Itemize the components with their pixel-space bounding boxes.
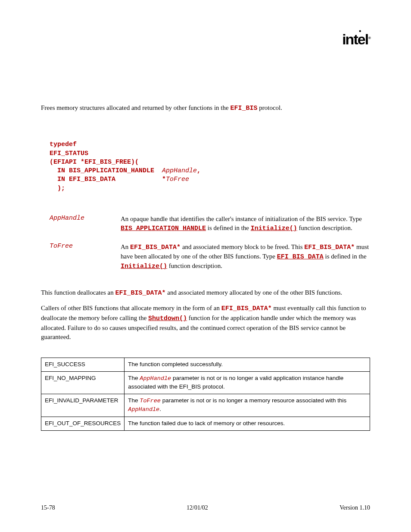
status-codes-table: EFI_SUCCESS The function completed succe… xyxy=(41,358,370,430)
table-row: EFI_NO_MAPPING The AppHandle parameter i… xyxy=(41,372,370,394)
status-code: EFI_SUCCESS xyxy=(41,358,125,372)
param-desc-tofree: An EFI_BIS_DATA* and associated memory b… xyxy=(121,243,370,271)
type-link[interactable]: BIS_APPLICATION_HANDLE xyxy=(121,225,206,232)
param-ref: AppHandle xyxy=(128,406,159,413)
footer-version: Version 1.10 xyxy=(339,504,370,511)
status-code: EFI_NO_MAPPING xyxy=(41,372,125,394)
param-text: and associated memory block to be freed.… xyxy=(181,243,304,250)
intel-logo: inte●l® xyxy=(342,31,370,48)
table-row: EFI_SUCCESS The function completed succe… xyxy=(41,358,370,372)
param-text: function description. xyxy=(167,262,222,269)
param-ref: ToFree xyxy=(140,398,161,404)
proto-l2: EFI_STATUS xyxy=(50,150,88,157)
table-row: EFI_INVALID_PARAMETER The ToFree paramet… xyxy=(41,394,370,417)
proto-l3: (EFIAPI *EFI_BIS_FREE)( xyxy=(50,159,139,166)
status-text: The function completed successfully. xyxy=(128,361,223,367)
status-text: The xyxy=(128,397,140,404)
param-name-tofree: ToFree xyxy=(50,243,121,271)
proto-l4c: , xyxy=(197,167,201,174)
summary-text: Frees memory structures allocated and re… xyxy=(41,103,370,113)
param-text: is defined in the xyxy=(324,253,367,260)
status-text: parameter is not or is no longer a memor… xyxy=(161,397,346,404)
proto-l5b: ToFree xyxy=(166,176,189,183)
desc-text: Callers of other BIS functions that allo… xyxy=(41,305,221,311)
status-desc: The ToFree parameter is not or is no lon… xyxy=(125,394,370,417)
desc-text: This function deallocates an xyxy=(41,289,115,296)
status-text: The xyxy=(128,375,140,381)
param-row: AppHandle An opaque handle that identifi… xyxy=(50,215,370,233)
proto-l6: ); xyxy=(50,185,65,192)
status-code: EFI_INVALID_PARAMETER xyxy=(41,394,125,417)
parameters-section: AppHandle An opaque handle that identifi… xyxy=(50,215,370,271)
description-section: This function deallocates an EFI_BIS_DAT… xyxy=(41,288,370,341)
proto-l4a: IN BIS_APPLICATION_HANDLE xyxy=(50,167,162,174)
type-ref: EFI_BIS_DATA* xyxy=(115,289,165,297)
status-text: . xyxy=(159,406,161,412)
desc-paragraph: This function deallocates an EFI_BIS_DAT… xyxy=(41,288,370,298)
param-row: ToFree An EFI_BIS_DATA* and associated m… xyxy=(50,243,370,271)
func-link[interactable]: Initialize() xyxy=(251,225,297,232)
status-code: EFI_OUT_OF_RESOURCES xyxy=(41,417,125,430)
proto-l4b: AppHandle xyxy=(162,167,197,174)
proto-l5a: IN EFI_BIS_DATA * xyxy=(50,176,166,183)
func-link[interactable]: Initialize() xyxy=(121,263,167,270)
status-desc: The AppHandle parameter is not or is no … xyxy=(125,372,370,394)
status-desc: The function failed due to lack of memor… xyxy=(125,417,370,430)
proto-l1: typedef xyxy=(50,141,77,148)
type-ref: EFI_BIS_DATA* xyxy=(304,244,355,251)
param-ref: AppHandle xyxy=(140,375,171,382)
table-row: EFI_OUT_OF_RESOURCES The function failed… xyxy=(41,417,370,430)
status-desc: The function completed successfully. xyxy=(125,358,370,372)
type-link[interactable]: EFI_BIS_DATA xyxy=(277,253,324,261)
summary-post: protocol. xyxy=(257,104,282,111)
param-desc-apphandle: An opaque handle that identifies the cal… xyxy=(121,215,370,233)
footer-pagenum: 15-78 xyxy=(41,504,55,511)
summary-code: EFI_BIS xyxy=(230,105,257,112)
desc-text: and associated memory allocated by one o… xyxy=(165,289,342,296)
param-name-apphandle: AppHandle xyxy=(50,215,121,233)
type-ref: EFI_BIS_DATA* xyxy=(130,244,181,251)
desc-paragraph: Callers of other BIS functions that allo… xyxy=(41,304,370,341)
param-text: function description. xyxy=(297,224,352,231)
type-ref: EFI_BIS_DATA* xyxy=(221,305,272,312)
page-footer: 15-78 12/01/02 Version 1.10 xyxy=(41,504,370,511)
param-text: is defined in the xyxy=(206,224,251,231)
footer-date: 12/01/02 xyxy=(187,504,208,511)
status-text: The function failed due to lack of memor… xyxy=(128,420,285,426)
func-link[interactable]: Shutdown() xyxy=(148,315,187,322)
summary-pre: Frees memory structures allocated and re… xyxy=(41,104,230,111)
param-text: An xyxy=(121,243,130,250)
prototype-block: typedef EFI_STATUS (EFIAPI *EFI_BIS_FREE… xyxy=(50,140,370,193)
param-text: An opaque handle that identifies the cal… xyxy=(121,215,362,222)
